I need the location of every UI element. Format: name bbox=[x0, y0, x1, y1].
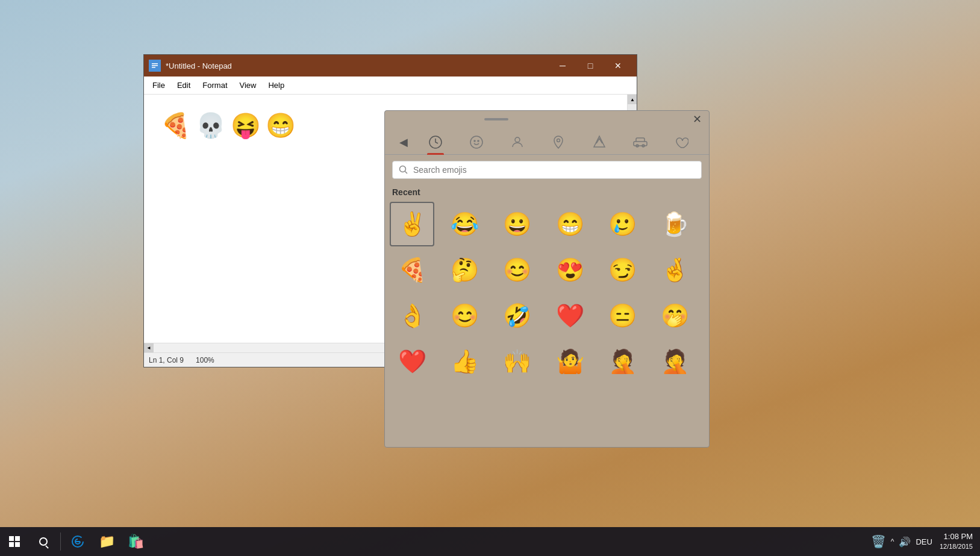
emoji-cell-ok[interactable]: 👌 bbox=[390, 293, 434, 338]
emoji-cell-grinning[interactable]: 😀 bbox=[495, 202, 540, 246]
emoji-cell-heart2[interactable]: ❤️ bbox=[390, 339, 434, 384]
emoji-picker-close-button[interactable]: ✕ bbox=[693, 113, 702, 126]
emoji-cell-rofl[interactable]: 🤣 bbox=[495, 293, 540, 338]
notepad-titlebar: *Untitled - Notepad ─ □ ✕ bbox=[144, 55, 637, 77]
emoji-cell-beer[interactable]: 🍺 bbox=[653, 202, 698, 246]
emoji-cell-joy[interactable]: 😂 bbox=[442, 202, 487, 246]
svg-rect-1 bbox=[152, 63, 158, 64]
notepad-cursor-position: Ln 1, Col 9 bbox=[149, 356, 184, 364]
start-button[interactable] bbox=[0, 527, 29, 556]
emoji-tongue: 😝 bbox=[231, 111, 261, 140]
emoji-cell-smile[interactable]: 😊 bbox=[442, 293, 487, 338]
emoji-cell-crossed-fingers[interactable]: 🤞 bbox=[653, 248, 698, 292]
notepad-zoom: 100% bbox=[196, 356, 214, 364]
menu-help[interactable]: Help bbox=[262, 78, 290, 92]
language-indicator[interactable]: DEU bbox=[916, 537, 932, 546]
svg-point-13 bbox=[400, 166, 406, 172]
emoji-cell-shushing[interactable]: 🤭 bbox=[653, 293, 698, 338]
emoji-cell-thumbsup[interactable]: 👍 bbox=[442, 339, 487, 384]
emoji-cell-smirk[interactable]: 😏 bbox=[600, 248, 644, 292]
svg-point-5 bbox=[470, 136, 482, 148]
emoji-cell-heart-eyes[interactable]: 😍 bbox=[548, 248, 592, 292]
svg-line-14 bbox=[405, 172, 408, 174]
notepad-window-controls: ─ □ ✕ bbox=[549, 55, 632, 77]
emoji-cell-smiling-tear[interactable]: 🥲 bbox=[600, 202, 644, 246]
emoji-grin: 😁 bbox=[266, 111, 296, 140]
emoji-cell-thinking[interactable]: 🤔 bbox=[442, 248, 487, 292]
menu-format[interactable]: Format bbox=[196, 78, 233, 92]
emoji-tab-heart[interactable] bbox=[668, 130, 694, 154]
emoji-cell-blush[interactable]: 😊 bbox=[495, 248, 540, 292]
taskbar-date-display: 12/18/2015 bbox=[940, 542, 973, 551]
svg-point-8 bbox=[515, 137, 520, 142]
menu-view[interactable]: View bbox=[234, 78, 263, 92]
minimize-button[interactable]: ─ bbox=[549, 55, 576, 77]
taskbar-store-icon[interactable]: 🛍️ bbox=[121, 527, 150, 556]
emoji-search-input[interactable] bbox=[413, 165, 695, 175]
emoji-back-button[interactable]: ◀ bbox=[399, 136, 408, 149]
menu-file[interactable]: File bbox=[146, 78, 171, 92]
emoji-cell-peace[interactable]: ✌️ bbox=[390, 202, 434, 246]
emoji-search-box[interactable] bbox=[392, 161, 702, 179]
emoji-cell-shrug[interactable]: 🤷 bbox=[548, 339, 592, 384]
svg-rect-10 bbox=[634, 142, 647, 146]
taskbar: 📁 🛍️ 🗑️ ^ 🔊 DEU 1:08 PM 12/18/2015 bbox=[0, 527, 980, 556]
search-icon bbox=[39, 537, 48, 546]
emoji-tab-food[interactable] bbox=[586, 130, 613, 154]
emoji-cell-teeth[interactable]: 😁 bbox=[548, 202, 592, 246]
recycle-bin-icon[interactable]: 🗑️ bbox=[871, 534, 886, 549]
close-button[interactable]: ✕ bbox=[604, 55, 632, 77]
store-icon: 🛍️ bbox=[128, 534, 144, 549]
emoji-grid: ✌️ 😂 😀 😁 🥲 🍺 🍕 🤔 😊 😍 😏 🤞 👌 😊 🤣 ❤️ 😑 🤭 ❤️… bbox=[385, 202, 709, 384]
emoji-picker-drag-handle[interactable]: ✕ bbox=[385, 111, 709, 128]
emoji-section-recent: Recent bbox=[385, 185, 709, 202]
emoji-cell-raising-hands[interactable]: 🙌 bbox=[495, 339, 540, 384]
volume-icon[interactable]: 🔊 bbox=[899, 536, 911, 548]
emoji-tab-smiley[interactable] bbox=[463, 130, 490, 154]
svg-rect-3 bbox=[152, 67, 155, 68]
chevron-up-icon[interactable]: ^ bbox=[891, 537, 894, 546]
emoji-picker-tabs: ◀ bbox=[385, 128, 709, 155]
emoji-cell-expressionless[interactable]: 😑 bbox=[600, 293, 644, 338]
scroll-up-button[interactable]: ▲ bbox=[628, 95, 637, 104]
folder-icon: 📁 bbox=[99, 534, 115, 549]
taskbar-right-area: 🗑️ ^ 🔊 DEU 1:08 PM 12/18/2015 bbox=[871, 532, 980, 551]
taskbar-time-display: 1:08 PM bbox=[940, 532, 973, 542]
emoji-tab-travel[interactable] bbox=[627, 130, 654, 154]
taskbar-search-button[interactable] bbox=[29, 527, 58, 556]
notepad-title: *Untitled - Notepad bbox=[166, 61, 549, 70]
taskbar-divider bbox=[60, 533, 61, 551]
desktop: *Untitled - Notepad ─ □ ✕ File Edit Form… bbox=[0, 0, 980, 556]
svg-rect-2 bbox=[152, 65, 158, 66]
notepad-app-icon bbox=[149, 60, 161, 72]
scroll-left-button[interactable]: ◄ bbox=[144, 343, 154, 353]
svg-point-6 bbox=[474, 140, 475, 142]
emoji-cell-pizza[interactable]: 🍕 bbox=[390, 248, 434, 292]
emoji-tab-recent[interactable] bbox=[422, 130, 449, 154]
emoji-pizza: 🍕 bbox=[161, 111, 191, 140]
taskbar-explorer-icon[interactable]: 📁 bbox=[92, 527, 121, 556]
emoji-skull: 💀 bbox=[196, 111, 226, 140]
emoji-cell-red-heart[interactable]: ❤️ bbox=[548, 293, 592, 338]
emoji-cell-facepalm2[interactable]: 🤦 bbox=[653, 339, 698, 384]
emoji-tab-people[interactable] bbox=[504, 130, 531, 154]
taskbar-clock[interactable]: 1:08 PM 12/18/2015 bbox=[940, 532, 973, 551]
emoji-tab-location[interactable] bbox=[545, 130, 572, 154]
emoji-cell-facepalm[interactable]: 🤦 bbox=[600, 339, 644, 384]
notepad-menubar: File Edit Format View Help bbox=[144, 77, 637, 95]
menu-edit[interactable]: Edit bbox=[171, 78, 196, 92]
svg-point-9 bbox=[557, 139, 560, 142]
svg-point-7 bbox=[478, 140, 479, 142]
search-icon bbox=[399, 165, 408, 175]
taskbar-systray: 🗑️ ^ 🔊 DEU bbox=[871, 534, 932, 549]
taskbar-edge-icon[interactable] bbox=[63, 527, 92, 556]
windows-logo-icon bbox=[9, 536, 20, 547]
emoji-picker: ✕ ◀ bbox=[384, 110, 710, 448]
drag-handle-bar bbox=[484, 118, 508, 120]
maximize-button[interactable]: □ bbox=[576, 55, 604, 77]
